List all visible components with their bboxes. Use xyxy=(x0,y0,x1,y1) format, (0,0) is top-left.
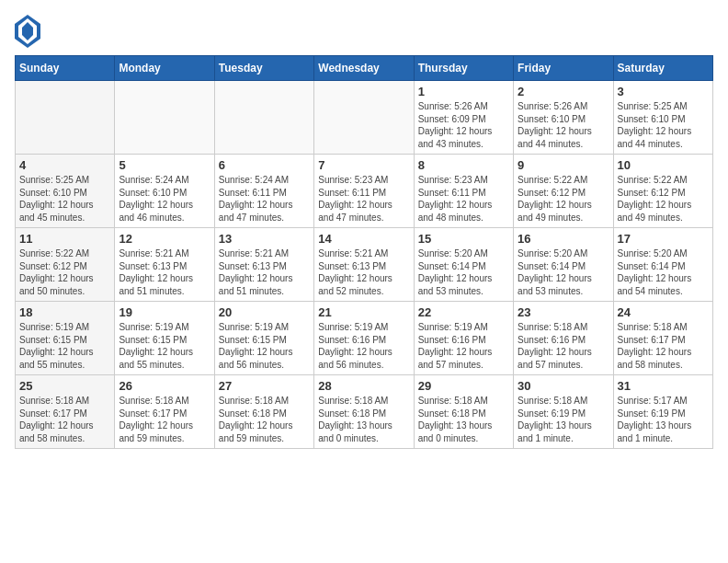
day-info: Sunrise: 5:25 AM Sunset: 6:10 PM Dayligh… xyxy=(618,100,709,150)
calendar-cell: 6Sunrise: 5:24 AM Sunset: 6:11 PM Daylig… xyxy=(214,155,313,228)
day-number: 11 xyxy=(19,232,110,246)
day-number: 29 xyxy=(418,379,509,393)
day-info: Sunrise: 5:19 AM Sunset: 6:16 PM Dayligh… xyxy=(418,321,509,371)
day-header-friday: Friday xyxy=(514,56,613,81)
day-number: 14 xyxy=(318,232,409,246)
day-info: Sunrise: 5:18 AM Sunset: 6:18 PM Dayligh… xyxy=(418,395,509,444)
calendar-cell: 17Sunrise: 5:20 AM Sunset: 6:14 PM Dayli… xyxy=(613,228,712,302)
calendar-cell: 3Sunrise: 5:25 AM Sunset: 6:10 PM Daylig… xyxy=(613,81,712,155)
calendar-table: SundayMondayTuesdayWednesdayThursdayFrid… xyxy=(15,55,713,449)
calendar-cell xyxy=(214,81,313,155)
day-number: 12 xyxy=(119,232,210,246)
day-info: Sunrise: 5:18 AM Sunset: 6:18 PM Dayligh… xyxy=(219,395,310,444)
day-info: Sunrise: 5:22 AM Sunset: 6:12 PM Dayligh… xyxy=(518,174,609,224)
day-number: 20 xyxy=(219,305,310,319)
day-number: 31 xyxy=(618,379,709,393)
day-number: 16 xyxy=(518,232,609,246)
day-number: 26 xyxy=(119,379,210,393)
day-number: 8 xyxy=(418,158,509,172)
day-number: 18 xyxy=(19,305,110,319)
day-header-saturday: Saturday xyxy=(613,56,712,81)
calendar-cell: 16Sunrise: 5:20 AM Sunset: 6:14 PM Dayli… xyxy=(514,228,613,302)
calendar-cell: 12Sunrise: 5:21 AM Sunset: 6:13 PM Dayli… xyxy=(115,228,214,302)
calendar-cell: 18Sunrise: 5:19 AM Sunset: 6:15 PM Dayli… xyxy=(16,302,115,375)
calendar-cell: 31Sunrise: 5:17 AM Sunset: 6:19 PM Dayli… xyxy=(613,375,712,449)
calendar-cell: 22Sunrise: 5:19 AM Sunset: 6:16 PM Dayli… xyxy=(414,302,513,375)
day-number: 28 xyxy=(318,379,409,393)
calendar-cell: 1Sunrise: 5:26 AM Sunset: 6:09 PM Daylig… xyxy=(414,81,513,155)
day-number: 4 xyxy=(19,158,110,172)
day-number: 23 xyxy=(518,305,609,319)
day-info: Sunrise: 5:19 AM Sunset: 6:16 PM Dayligh… xyxy=(318,321,409,371)
calendar-cell: 21Sunrise: 5:19 AM Sunset: 6:16 PM Dayli… xyxy=(314,302,414,375)
day-info: Sunrise: 5:23 AM Sunset: 6:11 PM Dayligh… xyxy=(418,174,509,224)
day-number: 6 xyxy=(219,158,310,172)
day-number: 15 xyxy=(418,232,509,246)
day-info: Sunrise: 5:19 AM Sunset: 6:15 PM Dayligh… xyxy=(19,321,110,371)
day-info: Sunrise: 5:20 AM Sunset: 6:14 PM Dayligh… xyxy=(418,247,509,297)
day-header-tuesday: Tuesday xyxy=(214,56,313,81)
day-info: Sunrise: 5:21 AM Sunset: 6:13 PM Dayligh… xyxy=(318,247,409,297)
day-info: Sunrise: 5:24 AM Sunset: 6:11 PM Dayligh… xyxy=(219,174,310,224)
calendar-cell: 9Sunrise: 5:22 AM Sunset: 6:12 PM Daylig… xyxy=(514,155,613,228)
day-number: 3 xyxy=(618,85,709,98)
day-info: Sunrise: 5:25 AM Sunset: 6:10 PM Dayligh… xyxy=(19,174,110,224)
day-number: 24 xyxy=(618,305,709,319)
day-number: 21 xyxy=(318,305,409,319)
day-number: 2 xyxy=(518,85,609,98)
day-header-monday: Monday xyxy=(115,56,214,81)
day-info: Sunrise: 5:18 AM Sunset: 6:16 PM Dayligh… xyxy=(518,321,609,371)
day-number: 22 xyxy=(418,305,509,319)
calendar-cell xyxy=(16,81,115,155)
calendar-cell: 15Sunrise: 5:20 AM Sunset: 6:14 PM Dayli… xyxy=(414,228,513,302)
day-info: Sunrise: 5:21 AM Sunset: 6:13 PM Dayligh… xyxy=(219,247,310,297)
day-number: 25 xyxy=(19,379,110,393)
day-info: Sunrise: 5:18 AM Sunset: 6:18 PM Dayligh… xyxy=(318,395,409,444)
day-number: 30 xyxy=(518,379,609,393)
calendar-cell: 27Sunrise: 5:18 AM Sunset: 6:18 PM Dayli… xyxy=(214,375,313,449)
day-header-wednesday: Wednesday xyxy=(314,56,414,81)
day-info: Sunrise: 5:17 AM Sunset: 6:19 PM Dayligh… xyxy=(618,395,709,444)
day-info: Sunrise: 5:20 AM Sunset: 6:14 PM Dayligh… xyxy=(618,247,709,297)
week-row-4: 18Sunrise: 5:19 AM Sunset: 6:15 PM Dayli… xyxy=(16,302,713,375)
day-header-thursday: Thursday xyxy=(414,56,513,81)
day-number: 27 xyxy=(219,379,310,393)
day-info: Sunrise: 5:18 AM Sunset: 6:17 PM Dayligh… xyxy=(19,395,110,444)
day-info: Sunrise: 5:18 AM Sunset: 6:17 PM Dayligh… xyxy=(119,395,210,444)
calendar-cell: 25Sunrise: 5:18 AM Sunset: 6:17 PM Dayli… xyxy=(16,375,115,449)
day-info: Sunrise: 5:23 AM Sunset: 6:11 PM Dayligh… xyxy=(318,174,409,224)
day-info: Sunrise: 5:22 AM Sunset: 6:12 PM Dayligh… xyxy=(618,174,709,224)
day-info: Sunrise: 5:19 AM Sunset: 6:15 PM Dayligh… xyxy=(219,321,310,371)
day-info: Sunrise: 5:22 AM Sunset: 6:12 PM Dayligh… xyxy=(19,247,110,297)
day-info: Sunrise: 5:21 AM Sunset: 6:13 PM Dayligh… xyxy=(119,247,210,297)
calendar-header-row: SundayMondayTuesdayWednesdayThursdayFrid… xyxy=(16,56,713,81)
day-number: 17 xyxy=(618,232,709,246)
calendar-cell: 20Sunrise: 5:19 AM Sunset: 6:15 PM Dayli… xyxy=(214,302,313,375)
week-row-5: 25Sunrise: 5:18 AM Sunset: 6:17 PM Dayli… xyxy=(16,375,713,449)
calendar-cell: 8Sunrise: 5:23 AM Sunset: 6:11 PM Daylig… xyxy=(414,155,513,228)
page-header xyxy=(15,15,713,48)
calendar-cell: 14Sunrise: 5:21 AM Sunset: 6:13 PM Dayli… xyxy=(314,228,414,302)
day-number: 9 xyxy=(518,158,609,172)
calendar-cell: 28Sunrise: 5:18 AM Sunset: 6:18 PM Dayli… xyxy=(314,375,414,449)
day-info: Sunrise: 5:24 AM Sunset: 6:10 PM Dayligh… xyxy=(119,174,210,224)
day-number: 13 xyxy=(219,232,310,246)
day-number: 7 xyxy=(318,158,409,172)
calendar-cell: 26Sunrise: 5:18 AM Sunset: 6:17 PM Dayli… xyxy=(115,375,214,449)
week-row-3: 11Sunrise: 5:22 AM Sunset: 6:12 PM Dayli… xyxy=(16,228,713,302)
day-number: 1 xyxy=(418,85,509,98)
day-header-sunday: Sunday xyxy=(16,56,115,81)
calendar-cell: 23Sunrise: 5:18 AM Sunset: 6:16 PM Dayli… xyxy=(514,302,613,375)
logo-icon xyxy=(15,15,40,48)
calendar-cell: 11Sunrise: 5:22 AM Sunset: 6:12 PM Dayli… xyxy=(16,228,115,302)
day-number: 5 xyxy=(119,158,210,172)
day-info: Sunrise: 5:26 AM Sunset: 6:09 PM Dayligh… xyxy=(418,100,509,150)
calendar-cell: 5Sunrise: 5:24 AM Sunset: 6:10 PM Daylig… xyxy=(115,155,214,228)
calendar-cell: 2Sunrise: 5:26 AM Sunset: 6:10 PM Daylig… xyxy=(514,81,613,155)
calendar-cell xyxy=(314,81,414,155)
calendar-cell: 4Sunrise: 5:25 AM Sunset: 6:10 PM Daylig… xyxy=(16,155,115,228)
calendar-cell: 24Sunrise: 5:18 AM Sunset: 6:17 PM Dayli… xyxy=(613,302,712,375)
day-info: Sunrise: 5:26 AM Sunset: 6:10 PM Dayligh… xyxy=(518,100,609,150)
day-number: 19 xyxy=(119,305,210,319)
week-row-1: 1Sunrise: 5:26 AM Sunset: 6:09 PM Daylig… xyxy=(16,81,713,155)
